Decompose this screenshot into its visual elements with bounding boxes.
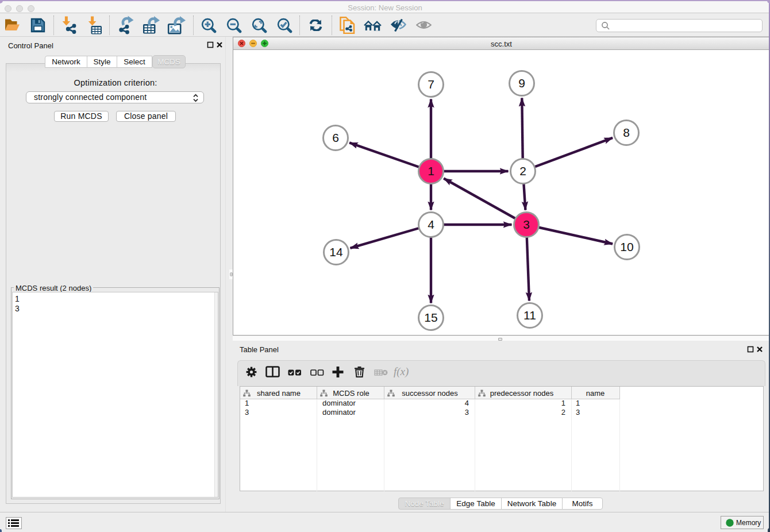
svg-text:7: 7 [428,78,434,91]
svg-text:11: 11 [523,309,536,322]
svg-text:2: 2 [519,164,526,178]
svg-text:10: 10 [620,240,633,253]
svg-text:1: 1 [428,164,434,178]
svg-text:9: 9 [518,76,525,90]
svg-text:4: 4 [428,218,434,231]
svg-text:6: 6 [332,131,339,144]
svg-text:3: 3 [523,218,530,231]
svg-text:15: 15 [424,311,437,324]
svg-text:8: 8 [623,126,630,139]
svg-text:14: 14 [329,245,343,259]
